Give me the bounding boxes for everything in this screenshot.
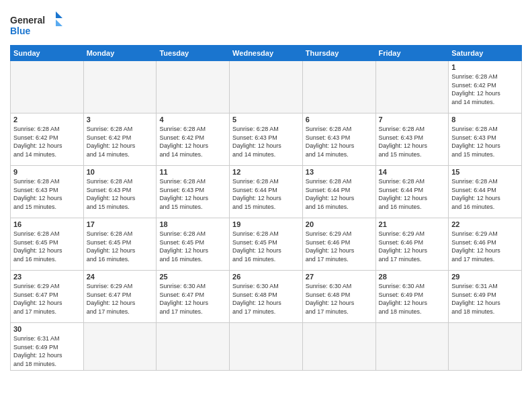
day-info: Sunrise: 6:28 AM Sunset: 6:45 PM Dayligh…: [87, 230, 154, 263]
calendar-cell: 30Sunrise: 6:31 AM Sunset: 6:49 PM Dayli…: [11, 323, 84, 371]
day-info: Sunrise: 6:28 AM Sunset: 6:43 PM Dayligh…: [451, 125, 519, 158]
day-number: 8: [451, 116, 519, 124]
calendar-day-header: Friday: [375, 46, 449, 61]
svg-marker-2: [56, 11, 62, 18]
day-info: Sunrise: 6:28 AM Sunset: 6:42 PM Dayligh…: [87, 125, 154, 158]
calendar-cell: [157, 61, 230, 113]
day-info: Sunrise: 6:31 AM Sunset: 6:49 PM Dayligh…: [451, 282, 519, 316]
calendar-cell: 22Sunrise: 6:29 AM Sunset: 6:46 PM Dayli…: [449, 218, 522, 271]
calendar-cell: 3Sunrise: 6:28 AM Sunset: 6:42 PM Daylig…: [83, 113, 157, 166]
calendar-cell: 28Sunrise: 6:30 AM Sunset: 6:49 PM Dayli…: [375, 271, 449, 323]
day-number: 22: [451, 220, 519, 228]
day-info: Sunrise: 6:29 AM Sunset: 6:47 PM Dayligh…: [87, 282, 154, 316]
day-info: Sunrise: 6:28 AM Sunset: 6:43 PM Dayligh…: [379, 125, 446, 158]
day-info: Sunrise: 6:30 AM Sunset: 6:48 PM Dayligh…: [232, 282, 300, 316]
calendar-cell: [375, 323, 449, 371]
calendar-cell: [449, 323, 522, 371]
calendar-cell: 10Sunrise: 6:28 AM Sunset: 6:43 PM Dayli…: [83, 166, 157, 218]
day-number: 20: [306, 220, 373, 228]
calendar-cell: [157, 323, 230, 371]
svg-text:General: General: [10, 15, 45, 26]
calendar-cell: [230, 323, 303, 371]
calendar-cell: 14Sunrise: 6:28 AM Sunset: 6:44 PM Dayli…: [375, 166, 449, 218]
calendar-cell: 21Sunrise: 6:29 AM Sunset: 6:46 PM Dayli…: [375, 218, 449, 271]
calendar-day-header: Wednesday: [230, 46, 303, 61]
day-info: Sunrise: 6:28 AM Sunset: 6:44 PM Dayligh…: [451, 177, 519, 211]
calendar-table: SundayMondayTuesdayWednesdayThursdayFrid…: [10, 45, 522, 371]
calendar-week-row: 16Sunrise: 6:28 AM Sunset: 6:45 PM Dayli…: [11, 218, 522, 271]
day-number: 2: [13, 116, 81, 124]
calendar-cell: 6Sunrise: 6:28 AM Sunset: 6:43 PM Daylig…: [302, 113, 375, 166]
day-info: Sunrise: 6:30 AM Sunset: 6:49 PM Dayligh…: [379, 282, 446, 316]
day-info: Sunrise: 6:28 AM Sunset: 6:44 PM Dayligh…: [232, 177, 300, 211]
calendar-cell: [302, 61, 375, 113]
calendar-cell: 11Sunrise: 6:28 AM Sunset: 6:43 PM Dayli…: [157, 166, 230, 218]
day-info: Sunrise: 6:28 AM Sunset: 6:45 PM Dayligh…: [159, 230, 226, 263]
day-number: 10: [87, 168, 154, 176]
calendar-day-header: Thursday: [302, 46, 375, 61]
day-number: 14: [379, 168, 446, 176]
calendar-cell: 29Sunrise: 6:31 AM Sunset: 6:49 PM Dayli…: [449, 271, 522, 323]
calendar-cell: [83, 323, 157, 371]
calendar-cell: 5Sunrise: 6:28 AM Sunset: 6:43 PM Daylig…: [230, 113, 303, 166]
calendar-cell: 7Sunrise: 6:28 AM Sunset: 6:43 PM Daylig…: [375, 113, 449, 166]
page: General Blue SundayMondayTuesdayWednesda…: [0, 0, 532, 411]
day-info: Sunrise: 6:28 AM Sunset: 6:43 PM Dayligh…: [13, 177, 81, 211]
day-number: 16: [13, 220, 81, 228]
day-number: 3: [87, 116, 154, 124]
day-number: 18: [159, 220, 226, 228]
day-number: 7: [379, 116, 446, 124]
day-number: 29: [451, 273, 519, 281]
day-number: 11: [159, 168, 226, 176]
day-info: Sunrise: 6:31 AM Sunset: 6:49 PM Dayligh…: [13, 334, 81, 368]
calendar-cell: [302, 323, 375, 371]
calendar-cell: [83, 61, 157, 113]
calendar-cell: 8Sunrise: 6:28 AM Sunset: 6:43 PM Daylig…: [449, 113, 522, 166]
day-number: 28: [379, 273, 446, 281]
calendar-cell: 27Sunrise: 6:30 AM Sunset: 6:48 PM Dayli…: [302, 271, 375, 323]
logo-svg: General Blue: [10, 10, 64, 38]
calendar-header-row: SundayMondayTuesdayWednesdayThursdayFrid…: [11, 46, 522, 61]
day-number: 4: [159, 116, 226, 124]
calendar-week-row: 23Sunrise: 6:29 AM Sunset: 6:47 PM Dayli…: [11, 271, 522, 323]
day-number: 17: [87, 220, 154, 228]
header: General Blue: [10, 10, 522, 38]
day-number: 21: [379, 220, 446, 228]
calendar-week-row: 2Sunrise: 6:28 AM Sunset: 6:42 PM Daylig…: [11, 113, 522, 166]
calendar-cell: 2Sunrise: 6:28 AM Sunset: 6:42 PM Daylig…: [11, 113, 84, 166]
svg-text:Blue: Blue: [10, 26, 31, 36]
calendar-cell: 1Sunrise: 6:28 AM Sunset: 6:42 PM Daylig…: [449, 61, 522, 113]
calendar-cell: 15Sunrise: 6:28 AM Sunset: 6:44 PM Dayli…: [449, 166, 522, 218]
calendar-cell: 17Sunrise: 6:28 AM Sunset: 6:45 PM Dayli…: [83, 218, 157, 271]
day-info: Sunrise: 6:28 AM Sunset: 6:44 PM Dayligh…: [379, 177, 446, 211]
day-info: Sunrise: 6:28 AM Sunset: 6:43 PM Dayligh…: [87, 177, 154, 211]
day-number: 6: [306, 116, 373, 124]
calendar-day-header: Saturday: [449, 46, 522, 61]
calendar-week-row: 30Sunrise: 6:31 AM Sunset: 6:49 PM Dayli…: [11, 323, 522, 371]
day-info: Sunrise: 6:28 AM Sunset: 6:43 PM Dayligh…: [232, 125, 300, 158]
calendar-cell: 16Sunrise: 6:28 AM Sunset: 6:45 PM Dayli…: [11, 218, 84, 271]
logo-container: General Blue: [10, 10, 64, 38]
day-info: Sunrise: 6:29 AM Sunset: 6:47 PM Dayligh…: [13, 282, 81, 316]
calendar-cell: 20Sunrise: 6:29 AM Sunset: 6:46 PM Dayli…: [302, 218, 375, 271]
day-number: 24: [87, 273, 154, 281]
day-info: Sunrise: 6:29 AM Sunset: 6:46 PM Dayligh…: [451, 230, 519, 263]
svg-marker-3: [56, 19, 62, 26]
day-info: Sunrise: 6:30 AM Sunset: 6:47 PM Dayligh…: [159, 282, 226, 316]
day-number: 25: [159, 273, 226, 281]
day-number: 5: [232, 116, 300, 124]
day-number: 13: [306, 168, 373, 176]
calendar-cell: 23Sunrise: 6:29 AM Sunset: 6:47 PM Dayli…: [11, 271, 84, 323]
day-info: Sunrise: 6:29 AM Sunset: 6:46 PM Dayligh…: [379, 230, 446, 263]
calendar-cell: [11, 61, 84, 113]
day-number: 12: [232, 168, 300, 176]
calendar-cell: 9Sunrise: 6:28 AM Sunset: 6:43 PM Daylig…: [11, 166, 84, 218]
day-number: 1: [451, 63, 519, 71]
day-info: Sunrise: 6:28 AM Sunset: 6:43 PM Dayligh…: [159, 177, 226, 211]
calendar-day-header: Tuesday: [157, 46, 230, 61]
day-info: Sunrise: 6:30 AM Sunset: 6:48 PM Dayligh…: [306, 282, 373, 316]
calendar-cell: 24Sunrise: 6:29 AM Sunset: 6:47 PM Dayli…: [83, 271, 157, 323]
day-number: 30: [13, 325, 81, 333]
calendar-day-header: Sunday: [11, 46, 84, 61]
logo: General Blue: [10, 10, 64, 38]
